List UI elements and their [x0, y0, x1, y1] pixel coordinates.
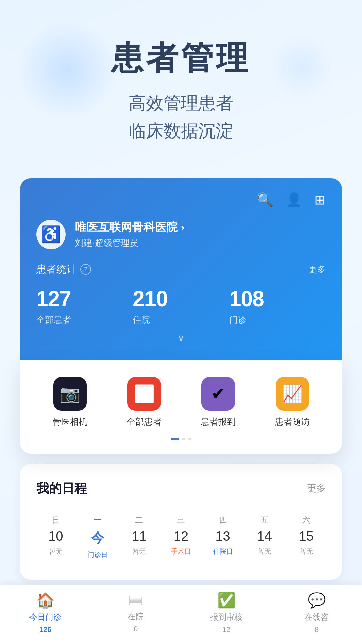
avatar: ♿ [36, 220, 66, 249]
day-event-sat: 暂无 [300, 547, 313, 556]
user-icon[interactable]: 👤 [286, 192, 302, 208]
day-mon[interactable]: 一 今 门诊日 [78, 511, 117, 564]
stats-title: 患者统计 [36, 263, 76, 276]
camera-icon: 📷 [53, 377, 87, 411]
quick-access-grid: 📷 骨医相机 ♿ 全部患者 ✔ 患者报到 📈 患者随访 [36, 377, 326, 428]
stat-number-all: 127 [36, 286, 133, 311]
dot-1 [182, 438, 185, 440]
week-grid: 日 10 暂无 一 今 门诊日 二 11 暂无 三 12 手术日 四 13 住院… [36, 511, 326, 564]
stat-number-inpatient: 210 [133, 286, 229, 311]
profile-row: ♿ 唯医互联网骨科医院 › 刘建·超级管理员 [36, 220, 326, 249]
bottom-nav: 🏠 今日门诊 126 🛏 在院 0 ✅ 报到审核 12 💬 在线咨 8 [0, 585, 362, 644]
nav-badge-inpatient: 0 [134, 625, 138, 633]
day-name-tue: 二 [135, 515, 143, 525]
nav-label-outpatient: 今日门诊 [29, 612, 61, 623]
day-num-wed: 12 [174, 529, 189, 544]
day-event-mon: 门诊日 [87, 550, 108, 559]
day-num-fri: 14 [257, 529, 272, 544]
followup-label: 患者随访 [275, 416, 310, 428]
stat-outpatient: 108 门诊 [229, 286, 326, 326]
camera-label: 骨医相机 [53, 416, 87, 428]
subtitle-line2: 临床数据沉淀 [129, 121, 233, 141]
day-wed[interactable]: 三 12 手术日 [162, 511, 201, 564]
day-name-wed: 三 [177, 515, 185, 525]
day-event-sun: 暂无 [49, 547, 62, 556]
day-name-thu: 四 [219, 515, 227, 525]
day-num-mon: 今 [91, 529, 104, 547]
day-thu[interactable]: 四 13 住院日 [203, 511, 242, 564]
nav-badge-outpatient: 126 [39, 625, 52, 634]
nav-item-review[interactable]: ✅ 报到审核 12 [181, 592, 272, 634]
nav-item-outpatient[interactable]: 🏠 今日门诊 126 [0, 592, 90, 634]
day-event-tue: 暂无 [132, 547, 146, 556]
day-num-sun: 10 [48, 529, 63, 544]
quick-item-camera[interactable]: 📷 骨医相机 [36, 377, 104, 428]
patients-icon: ♿ [127, 377, 161, 411]
nav-label-inpatient: 在院 [128, 611, 144, 622]
stats-title-row: 患者统计 ? [36, 263, 91, 276]
nav-badge-review: 12 [222, 625, 230, 634]
schedule-title: 我的日程 [36, 480, 87, 497]
stats-grid: 127 全部患者 210 住院 108 门诊 [36, 286, 326, 326]
top-icon-row: 🔍 👤 ⊞ [36, 192, 326, 208]
day-num-tue: 11 [132, 529, 147, 544]
stat-label-inpatient: 住院 [133, 314, 229, 326]
schedule-more[interactable]: 更多 [307, 482, 326, 495]
qr-icon[interactable]: ⊞ [314, 192, 326, 208]
stat-inpatient: 210 住院 [133, 286, 229, 326]
stat-label-outpatient: 门诊 [229, 314, 326, 326]
subtitle-line1: 高效管理患者 [129, 93, 233, 113]
quick-item-patients[interactable]: ♿ 全部患者 [110, 377, 178, 428]
hero-subtitle: 高效管理患者 临床数据沉淀 [27, 89, 335, 145]
patients-label: 全部患者 [127, 416, 162, 428]
profile-info[interactable]: 唯医互联网骨科医院 › 刘建·超级管理员 [75, 220, 185, 249]
stat-label-all: 全部患者 [36, 314, 133, 326]
day-name-sun: 日 [52, 515, 60, 525]
help-icon[interactable]: ? [80, 264, 91, 275]
day-name-mon: 一 [94, 515, 102, 525]
followup-icon: 📈 [276, 377, 309, 411]
checklist-icon: ✅ [217, 592, 236, 609]
nav-label-review: 报到审核 [210, 612, 242, 623]
dot-active [171, 438, 179, 440]
schedule-header: 我的日程 更多 [36, 480, 326, 497]
nav-item-inpatient[interactable]: 🛏 在院 0 [90, 592, 181, 634]
stat-all-patients: 127 全部患者 [36, 286, 133, 326]
day-fri[interactable]: 五 14 暂无 [245, 511, 284, 564]
schedule-section: 我的日程 更多 日 10 暂无 一 今 门诊日 二 11 暂无 三 12 手术日 [20, 464, 342, 580]
stat-number-outpatient: 108 [229, 286, 326, 311]
day-name-fri: 五 [260, 515, 268, 525]
stats-header: 患者统计 ? 更多 [36, 263, 326, 276]
day-event-fri: 暂无 [258, 547, 271, 556]
dot-2 [188, 438, 191, 440]
day-name-sat: 六 [302, 515, 310, 525]
checkin-icon: ✔ [201, 377, 235, 411]
nav-badge-consult: 8 [315, 625, 319, 634]
quick-item-followup[interactable]: 📈 患者随访 [258, 377, 326, 428]
blue-header-card: 🔍 👤 ⊞ ♿ 唯医互联网骨科医院 › 刘建·超级管理员 患者统计 ? [20, 178, 342, 360]
day-sat[interactable]: 六 15 暂无 [287, 511, 326, 564]
chat-icon: 💬 [308, 592, 326, 609]
quick-item-checkin[interactable]: ✔ 患者报到 [184, 377, 252, 428]
nav-item-consult[interactable]: 💬 在线咨 8 [272, 592, 362, 634]
day-tue[interactable]: 二 11 暂无 [120, 511, 159, 564]
stats-more-link[interactable]: 更多 [308, 264, 326, 275]
search-icon[interactable]: 🔍 [257, 192, 274, 208]
page-title: 患者管理 [27, 40, 335, 76]
day-event-wed: 手术日 [171, 547, 191, 556]
dot-indicators [36, 438, 326, 440]
day-sun[interactable]: 日 10 暂无 [36, 511, 75, 564]
home-icon: 🏠 [36, 592, 55, 609]
hospital-name[interactable]: 唯医互联网骨科医院 › [75, 220, 185, 235]
main-card: 🔍 👤 ⊞ ♿ 唯医互联网骨科医院 › 刘建·超级管理员 患者统计 ? [20, 178, 342, 454]
expand-chevron[interactable]: ∨ [36, 332, 326, 343]
day-num-sat: 15 [299, 529, 314, 544]
hero-section: 患者管理 高效管理患者 临床数据沉淀 [0, 0, 362, 165]
bed-icon: 🛏 [128, 592, 143, 608]
day-event-thu: 住院日 [213, 547, 233, 556]
day-num-thu: 13 [215, 529, 230, 544]
user-role: 刘建·超级管理员 [75, 237, 185, 249]
white-card: 📷 骨医相机 ♿ 全部患者 ✔ 患者报到 📈 患者随访 [20, 360, 342, 454]
checkin-label: 患者报到 [201, 416, 236, 428]
nav-label-consult: 在线咨 [305, 612, 329, 623]
